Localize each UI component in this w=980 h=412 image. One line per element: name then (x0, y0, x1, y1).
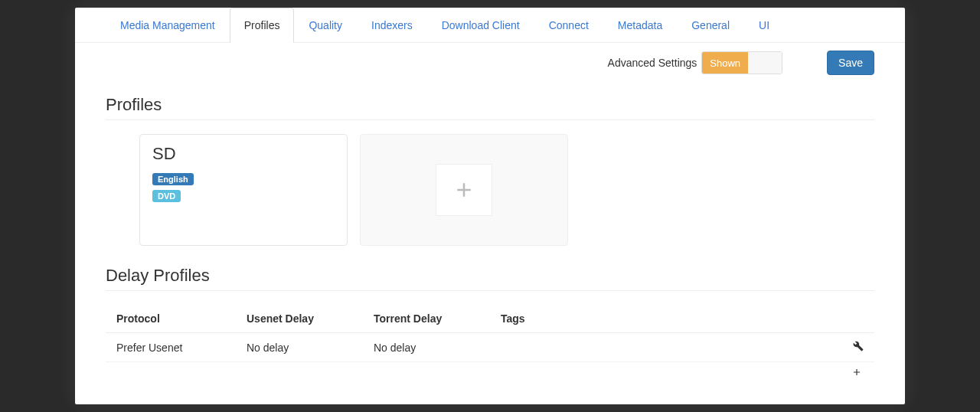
tab-ui[interactable]: UI (744, 8, 784, 42)
profile-card-sd[interactable]: SD English DVD (139, 134, 348, 246)
header-tags: Tags (501, 312, 833, 325)
profile-name: SD (152, 144, 335, 164)
toggle-handle (748, 52, 782, 74)
table-row: Prefer Usenet No delay No delay (106, 333, 874, 362)
delay-profiles-section: Delay Profiles Protocol Usenet Delay Tor… (75, 246, 905, 382)
plus-icon-box (436, 164, 492, 216)
profiles-heading: Profiles (106, 95, 874, 120)
header-actions (833, 312, 864, 325)
tab-quality[interactable]: Quality (294, 8, 357, 42)
tab-connect[interactable]: Connect (534, 8, 603, 42)
tab-metadata[interactable]: Metadata (603, 8, 677, 42)
quality-badge: DVD (152, 190, 181, 202)
header-protocol: Protocol (116, 312, 247, 325)
add-delay-row (106, 362, 874, 382)
settings-tabs: Media Management Profiles Quality Indexe… (75, 8, 905, 43)
delay-profiles-heading: Delay Profiles (106, 266, 874, 291)
tab-profiles[interactable]: Profiles (230, 8, 295, 43)
toolbar: Advanced Settings Shown Save (75, 43, 905, 75)
header-torrent-delay: Torrent Delay (374, 312, 501, 325)
profiles-section: Profiles SD English DVD (75, 75, 905, 246)
plus-icon (452, 178, 475, 201)
tab-general[interactable]: General (677, 8, 744, 42)
tab-download-client[interactable]: Download Client (427, 8, 534, 42)
cell-torrent-delay: No delay (374, 342, 501, 354)
cell-usenet-delay: No delay (247, 342, 374, 354)
tab-media-management[interactable]: Media Management (106, 8, 230, 42)
add-profile-card[interactable] (360, 134, 568, 246)
add-icon[interactable] (851, 367, 862, 378)
delay-table: Protocol Usenet Delay Torrent Delay Tags… (106, 305, 874, 382)
advanced-settings-toggle[interactable]: Shown (701, 51, 782, 74)
profile-cards: SD English DVD (106, 134, 874, 246)
advanced-settings-label: Advanced Settings (608, 57, 697, 69)
toggle-state: Shown (702, 52, 748, 74)
save-button[interactable]: Save (827, 51, 874, 75)
table-header: Protocol Usenet Delay Torrent Delay Tags (106, 305, 874, 333)
language-badge: English (152, 173, 194, 185)
cell-protocol: Prefer Usenet (116, 342, 247, 354)
tab-indexers[interactable]: Indexers (357, 8, 427, 42)
settings-panel: Media Management Profiles Quality Indexe… (75, 8, 905, 404)
wrench-icon[interactable] (853, 341, 864, 352)
header-usenet-delay: Usenet Delay (247, 312, 374, 325)
